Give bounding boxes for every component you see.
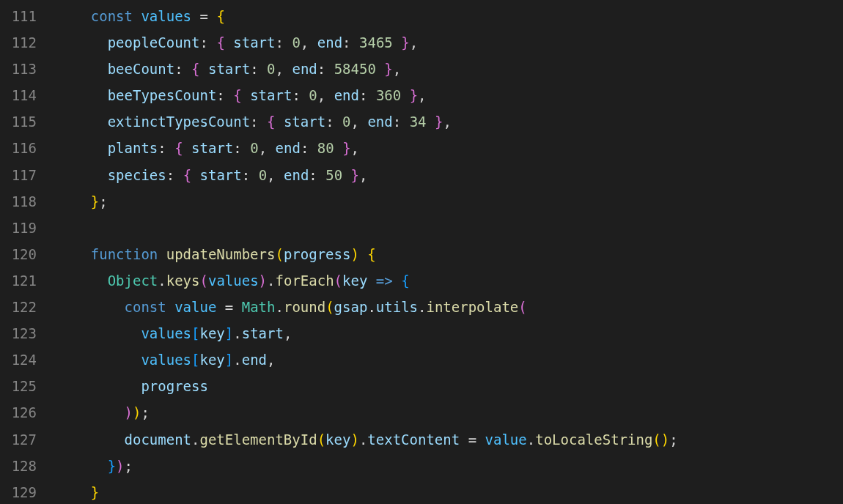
code-content[interactable]: values[key].start, [57, 320, 843, 346]
line-number: 119 [0, 215, 57, 241]
code-line[interactable]: 113 beeCount: { start: 0, end: 58450 }, [0, 56, 843, 82]
code-content[interactable]: Object.keys(values).forEach(key => { [57, 267, 843, 294]
line-number: 111 [0, 3, 57, 29]
code-line[interactable]: 122 const value = Math.round(gsap.utils.… [0, 294, 843, 320]
line-number: 117 [0, 162, 57, 188]
line-number: 123 [0, 320, 57, 346]
code-line[interactable]: 115 extinctTypesCount: { start: 0, end: … [0, 108, 843, 135]
code-line[interactable]: 119 [0, 215, 843, 241]
code-content[interactable] [57, 215, 843, 241]
code-content[interactable]: } [57, 479, 843, 504]
code-line[interactable]: 118 }; [0, 188, 843, 215]
code-line[interactable]: 120 function updateNumbers(progress) { [0, 241, 843, 267]
code-editor[interactable]: 111 const values = { 112 peopleCount: { … [0, 3, 843, 504]
line-number: 126 [0, 399, 57, 426]
line-number: 128 [0, 453, 57, 479]
code-content[interactable]: species: { start: 0, end: 50 }, [57, 162, 843, 188]
code-line[interactable]: 121 Object.keys(values).forEach(key => { [0, 267, 843, 294]
code-line[interactable]: 116 plants: { start: 0, end: 80 }, [0, 135, 843, 161]
code-line[interactable]: 114 beeTypesCount: { start: 0, end: 360 … [0, 82, 843, 108]
code-content[interactable]: progress [57, 373, 843, 399]
code-content[interactable]: )); [57, 399, 843, 426]
line-number: 125 [0, 373, 57, 399]
code-content[interactable]: beeTypesCount: { start: 0, end: 360 }, [57, 82, 843, 108]
code-line[interactable]: 126 )); [0, 399, 843, 426]
line-number: 120 [0, 241, 57, 267]
code-line[interactable]: 127 document.getElementById(key).textCon… [0, 426, 843, 453]
code-content[interactable]: function updateNumbers(progress) { [57, 241, 843, 267]
code-line[interactable]: 125 progress [0, 373, 843, 399]
code-line[interactable]: 124 values[key].end, [0, 346, 843, 373]
line-number: 124 [0, 346, 57, 373]
code-line[interactable]: 111 const values = { [0, 3, 843, 29]
code-line[interactable]: 117 species: { start: 0, end: 50 }, [0, 162, 843, 188]
line-number: 112 [0, 29, 57, 56]
line-number: 116 [0, 135, 57, 161]
code-line[interactable]: 123 values[key].start, [0, 320, 843, 346]
code-content[interactable]: const value = Math.round(gsap.utils.inte… [57, 294, 843, 320]
line-number: 127 [0, 426, 57, 453]
code-content[interactable]: }); [57, 453, 843, 479]
line-number: 129 [0, 479, 57, 504]
line-number: 114 [0, 82, 57, 108]
code-line[interactable]: 112 peopleCount: { start: 0, end: 3465 }… [0, 29, 843, 56]
line-number: 115 [0, 108, 57, 135]
code-content[interactable]: extinctTypesCount: { start: 0, end: 34 }… [57, 108, 843, 135]
code-line[interactable]: 128 }); [0, 453, 843, 479]
code-content[interactable]: peopleCount: { start: 0, end: 3465 }, [57, 29, 843, 56]
line-number: 118 [0, 188, 57, 215]
code-content[interactable]: }; [57, 188, 843, 215]
code-content[interactable]: plants: { start: 0, end: 80 }, [57, 135, 843, 161]
code-content[interactable]: beeCount: { start: 0, end: 58450 }, [57, 56, 843, 82]
line-number: 121 [0, 267, 57, 294]
code-content[interactable]: values[key].end, [57, 346, 843, 373]
line-number: 113 [0, 56, 57, 82]
code-content[interactable]: document.getElementById(key).textContent… [57, 426, 843, 453]
code-content[interactable]: const values = { [57, 3, 843, 29]
code-line[interactable]: 129 } [0, 479, 843, 504]
line-number: 122 [0, 294, 57, 320]
